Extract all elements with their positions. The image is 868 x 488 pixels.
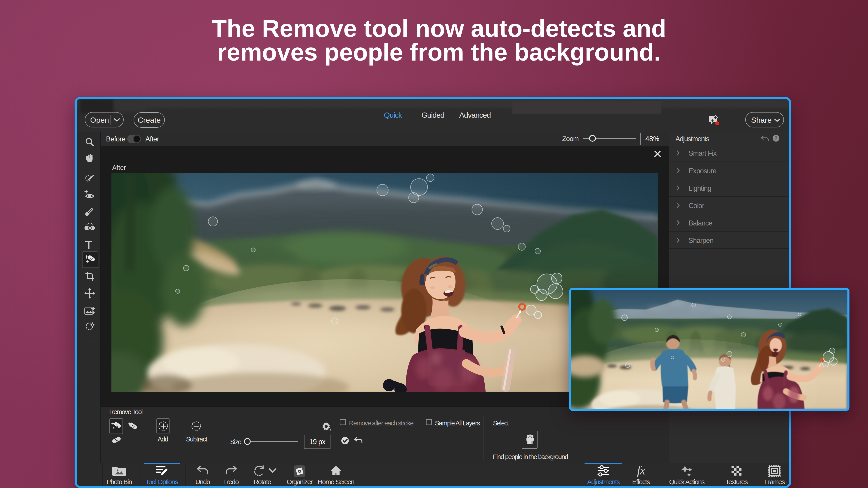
svg-text:fx: fx xyxy=(637,465,645,477)
svg-text:?: ? xyxy=(774,135,777,141)
